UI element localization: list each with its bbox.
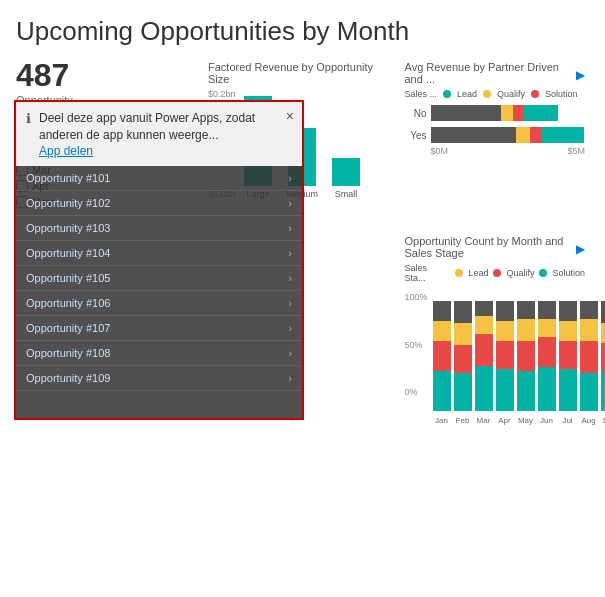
x-sep: Sep: [601, 416, 606, 425]
x-may: May: [517, 416, 535, 425]
opp-arrow-105: ›: [288, 272, 292, 284]
x-jun: Jun: [538, 416, 556, 425]
opp-name-108: Opportunity #108: [26, 347, 110, 359]
lead-dot: [443, 90, 451, 98]
bar-label-small: Small: [335, 189, 358, 199]
hbar-label-no: No: [405, 108, 427, 119]
page-title: Upcoming Opportunities by Month: [16, 16, 589, 47]
stacked-solution-dot: [539, 269, 547, 277]
x-aug: Aug: [580, 416, 598, 425]
list-item[interactable]: Opportunity #101 ›: [16, 166, 302, 191]
hbar-chart-title: Avg Revenue by Partner Driven and ...: [405, 61, 577, 85]
stacked-chart-title: Opportunity Count by Month and Sales Sta…: [405, 235, 577, 259]
opp-name-106: Opportunity #106: [26, 297, 110, 309]
stacked-lead-dot: [455, 269, 463, 277]
opp-arrow-104: ›: [288, 247, 292, 259]
list-item[interactable]: Opportunity #108 ›: [16, 341, 302, 366]
list-item[interactable]: Opportunity #103 ›: [16, 216, 302, 241]
hbar-seg-yes-2: [516, 127, 530, 143]
hbar-nav-arrow[interactable]: ▶: [576, 68, 585, 82]
solution-dot: [531, 90, 539, 98]
stacked-col-jul: [559, 301, 577, 411]
hbar-seg-no-1: [431, 105, 501, 121]
hbar-x-0: $0M: [431, 146, 449, 156]
hbar-x-5: $5M: [567, 146, 585, 156]
list-item[interactable]: Opportunity #105 ›: [16, 266, 302, 291]
opp-name-109: Opportunity #109: [26, 372, 110, 384]
hbar-seg-no-2: [501, 105, 513, 121]
hbar-legend-sales: Sales ...: [405, 89, 438, 99]
bar-small: Small: [332, 158, 360, 199]
list-item[interactable]: Opportunity #107 ›: [16, 316, 302, 341]
page-container: Upcoming Opportunities by Month 487 Oppo…: [0, 0, 605, 597]
hbar-row-yes: Yes: [405, 127, 586, 143]
hbar-rows: No Yes: [405, 105, 586, 143]
stacked-legend-solution: Solution: [552, 268, 585, 278]
tooltip-content: Deel deze app vanuit Power Apps, zodat a…: [39, 110, 292, 158]
opp-name-104: Opportunity #104: [26, 247, 110, 259]
opp-name-101: Opportunity #101: [26, 172, 110, 184]
hbar-legend-lead: Lead: [457, 89, 477, 99]
stacked-col-feb: [454, 301, 472, 411]
opp-name-107: Opportunity #107: [26, 322, 110, 334]
stacked-col-jun: [538, 301, 556, 411]
hbar-chart-title-row: Avg Revenue by Partner Driven and ... ▶: [405, 61, 586, 89]
hbar-chart-panel: Avg Revenue by Partner Driven and ... ▶ …: [401, 57, 590, 223]
x-jan: Jan: [433, 416, 451, 425]
opp-arrow-101: ›: [288, 172, 292, 184]
hbar-row-no: No: [405, 105, 586, 121]
x-feb: Feb: [454, 416, 472, 425]
stacked-chart-area: 100% 50% 0%: [405, 287, 586, 427]
opp-arrow-107: ›: [288, 322, 292, 334]
opp-arrow-108: ›: [288, 347, 292, 359]
bar-rect-small: [332, 158, 360, 186]
stacked-legend-sales: Sales Sta...: [405, 263, 451, 283]
tooltip-banner: ℹ Deel deze app vanuit Power Apps, zodat…: [16, 102, 302, 166]
hbar-x-axis: $0M $5M: [405, 146, 586, 156]
stacked-legend-lead: Lead: [468, 268, 488, 278]
hbar-stack-yes: [431, 127, 584, 143]
opp-arrow-109: ›: [288, 372, 292, 384]
stacked-col-aug: [580, 301, 598, 411]
opp-arrow-102: ›: [288, 197, 292, 209]
tooltip-text: Deel deze app vanuit Power Apps, zodat a…: [39, 110, 292, 144]
hbar-seg-no-4: [523, 105, 558, 121]
stacked-chart-title-row: Opportunity Count by Month and Sales Sta…: [405, 235, 586, 263]
x-jul: Jul: [559, 416, 577, 425]
stacked-col-jan: [433, 301, 451, 411]
stacked-qualify-dot: [493, 269, 501, 277]
opp-name-105: Opportunity #105: [26, 272, 110, 284]
close-icon[interactable]: ×: [286, 108, 294, 124]
hbar-legend: Sales ... Lead Qualify Solution: [405, 89, 586, 99]
list-item[interactable]: Opportunity #109 ›: [16, 366, 302, 391]
hbar-seg-yes-1: [431, 127, 516, 143]
stacked-legend-qualify: Qualify: [506, 268, 534, 278]
stat-number: 487: [16, 57, 196, 94]
list-item[interactable]: Opportunity #106 ›: [16, 291, 302, 316]
stacked-legend: Sales Sta... Lead Qualify Solution: [405, 263, 586, 283]
stacked-col-may: [517, 301, 535, 411]
opp-arrow-103: ›: [288, 222, 292, 234]
opp-name-102: Opportunity #102: [26, 197, 110, 209]
opportunity-list: Opportunity #101 › Opportunity #102 › Op…: [16, 166, 302, 418]
hbar-legend-qualify: Qualify: [497, 89, 525, 99]
list-item[interactable]: Opportunity #104 ›: [16, 241, 302, 266]
tooltip-link[interactable]: App delen: [39, 144, 292, 158]
hbar-label-yes: Yes: [405, 130, 427, 141]
list-item[interactable]: Opportunity #102 ›: [16, 191, 302, 216]
opp-arrow-106: ›: [288, 297, 292, 309]
hbar-seg-yes-4: [542, 127, 584, 143]
info-icon: ℹ: [26, 111, 31, 126]
stacked-x-labels: Jan Feb Mar Apr May Jun Jul Aug Sep: [405, 416, 606, 425]
bar-chart-title: Factored Revenue by Opportunity Size: [208, 61, 389, 85]
stacked-bars-row: [405, 291, 606, 411]
stacked-col-mar: [475, 301, 493, 411]
overlay-panel: ℹ Deel deze app vanuit Power Apps, zodat…: [14, 100, 304, 420]
stacked-col-sep: [601, 301, 606, 411]
hbar-seg-yes-3: [530, 127, 542, 143]
stacked-col-apr: [496, 301, 514, 411]
stacked-nav-arrow[interactable]: ▶: [576, 242, 585, 256]
bottom-right: Opportunity Count by Month and Sales Sta…: [401, 231, 590, 431]
x-mar: Mar: [475, 416, 493, 425]
qualify-dot: [483, 90, 491, 98]
